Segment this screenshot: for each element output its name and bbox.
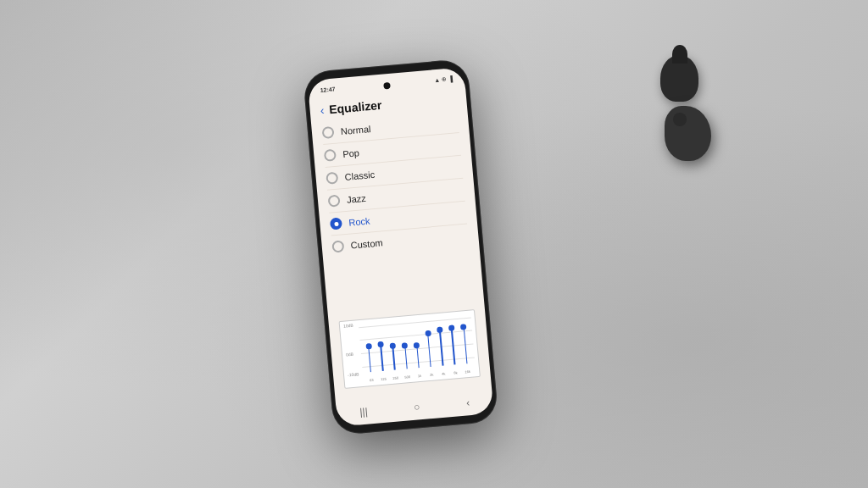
radio-custom[interactable] bbox=[331, 240, 344, 252]
freq-label-63: 63 bbox=[369, 378, 373, 382]
bar-dot-250 bbox=[389, 342, 396, 349]
phone-screen: 12:47 ▲ ⊕ ▐ ‹ Equalizer No bbox=[307, 67, 493, 427]
bar-item-63: 63 bbox=[361, 319, 376, 373]
bar-item-125: 125 bbox=[373, 319, 387, 372]
bar-item-250: 250 bbox=[385, 317, 399, 370]
bar-stem-1k bbox=[416, 346, 420, 368]
status-time: 12:47 bbox=[320, 86, 335, 93]
bar-dot-63 bbox=[365, 343, 372, 350]
earbud-right bbox=[665, 106, 711, 161]
bar-dot-8k bbox=[448, 324, 455, 331]
radio-pop[interactable] bbox=[323, 149, 336, 162]
freq-label-125: 125 bbox=[380, 377, 386, 382]
bar-item-500: 500 bbox=[397, 316, 411, 369]
bar-stem-16k bbox=[463, 326, 467, 363]
bar-stem-250 bbox=[392, 346, 395, 370]
bar-dot-125 bbox=[377, 341, 384, 347]
earbud-left bbox=[660, 55, 698, 102]
label-normal: Normal bbox=[340, 124, 370, 136]
camera-notch bbox=[382, 82, 390, 90]
bar-dot-16k bbox=[460, 324, 467, 330]
bar-stem-8k bbox=[451, 328, 455, 365]
signal-icon: ▲ bbox=[433, 76, 440, 83]
bar-item-16k: 16k bbox=[457, 311, 471, 364]
earbuds bbox=[605, 47, 715, 174]
eq-chart: 10dB 0dB -10dB 631252505001k2k4k8k16k bbox=[328, 305, 492, 403]
chart-label-bot: -10dB bbox=[347, 371, 359, 377]
nav-recents[interactable]: ||| bbox=[359, 406, 368, 419]
radio-classic[interactable] bbox=[326, 172, 338, 185]
label-rock: Rock bbox=[348, 216, 370, 228]
freq-label-4k: 4k bbox=[441, 371, 445, 375]
bar-item-8k: 8k bbox=[445, 312, 459, 365]
bar-stem-63 bbox=[368, 347, 371, 372]
freq-label-16k: 16k bbox=[465, 369, 470, 374]
chart-label-mid: 0dB bbox=[345, 352, 353, 358]
status-icons: ▲ ⊕ ▐ bbox=[433, 75, 453, 83]
bar-dot-2k bbox=[425, 330, 431, 337]
radio-normal[interactable] bbox=[321, 126, 334, 139]
label-pop: Pop bbox=[342, 147, 359, 159]
bar-dot-4k bbox=[436, 326, 442, 333]
bar-item-1k: 1k bbox=[409, 315, 424, 369]
chart-container: 10dB 0dB -10dB 631252505001k2k4k8k16k bbox=[338, 309, 480, 389]
eq-options-list: Normal Pop Classic Jazz bbox=[310, 109, 484, 319]
battery-icon: ▐ bbox=[448, 75, 453, 81]
freq-label-250: 250 bbox=[392, 375, 398, 380]
chart-label-top: 10dB bbox=[342, 323, 353, 329]
bar-stem-125 bbox=[380, 344, 383, 371]
bar-dot-1k bbox=[414, 342, 420, 349]
freq-label-1k: 1k bbox=[417, 374, 421, 378]
bar-stem-2k bbox=[427, 333, 431, 367]
bar-dot-500 bbox=[401, 342, 408, 349]
label-custom: Custom bbox=[350, 237, 383, 250]
scene: 12:47 ▲ ⊕ ▐ ‹ Equalizer No bbox=[0, 0, 868, 488]
label-jazz: Jazz bbox=[346, 193, 366, 205]
nav-back[interactable]: ‹ bbox=[465, 396, 470, 408]
bar-item-2k: 2k bbox=[421, 314, 436, 368]
bar-stem-500 bbox=[403, 346, 407, 369]
wifi-icon: ⊕ bbox=[441, 75, 447, 82]
bars-area: 631252505001k2k4k8k16k bbox=[358, 311, 475, 373]
nav-home[interactable]: ○ bbox=[413, 401, 420, 413]
bar-stem-4k bbox=[438, 330, 442, 366]
radio-jazz[interactable] bbox=[327, 195, 340, 208]
freq-label-2k: 2k bbox=[429, 373, 433, 377]
radio-rock[interactable] bbox=[329, 217, 342, 230]
freq-label-500: 500 bbox=[404, 374, 410, 380]
label-classic: Classic bbox=[344, 169, 375, 182]
page-title: Equalizer bbox=[328, 98, 381, 116]
bar-item-4k: 4k bbox=[433, 313, 448, 366]
app-content: ‹ Equalizer Normal Pop Classi bbox=[309, 84, 492, 403]
phone: 12:47 ▲ ⊕ ▐ ‹ Equalizer No bbox=[302, 58, 498, 435]
freq-label-8k: 8k bbox=[453, 370, 458, 374]
back-button[interactable]: ‹ bbox=[320, 103, 325, 117]
